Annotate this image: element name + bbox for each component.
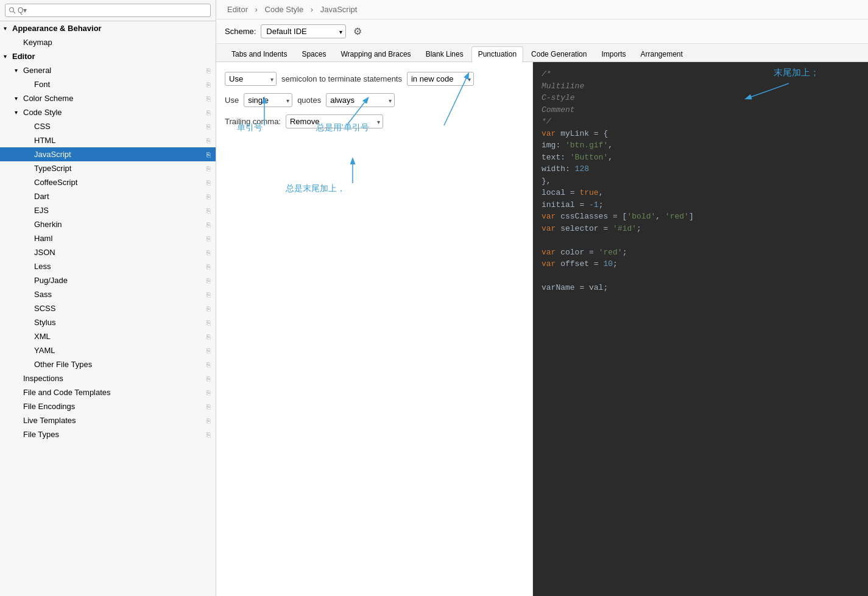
- use-select-wrap-1: Use Don't use: [225, 72, 277, 86]
- use-select[interactable]: Use Don't use: [225, 72, 277, 86]
- copy-icon-yaml: ⎘: [206, 347, 211, 354]
- sidebar-item-less[interactable]: Less⎘: [0, 259, 216, 273]
- copy-icon-filetypes: ⎘: [206, 431, 211, 438]
- tabs-bar: Tabs and IndentsSpacesWrapping and Brace…: [216, 44, 868, 62]
- sidebar-item-css[interactable]: CSS⎘: [0, 119, 216, 133]
- sidebar-label-filetypes: File Types: [23, 430, 59, 439]
- sidebar-item-haml[interactable]: Haml⎘: [0, 231, 216, 245]
- code-line: varName = val;: [542, 282, 859, 294]
- code-line: width: 128: [542, 163, 859, 175]
- sidebar-item-appearance[interactable]: ▾Appearance & Behavior: [0, 21, 216, 35]
- code-preview-area: 末尾加上； /* Multiline C-style Comment */var…: [533, 62, 868, 596]
- sidebar-item-inspections[interactable]: Inspections⎘: [0, 371, 216, 385]
- code-line: C-style: [542, 92, 859, 104]
- sidebar-item-pugjade[interactable]: Pug/Jade⎘: [0, 273, 216, 287]
- sidebar-item-livetemplates[interactable]: Live Templates⎘: [0, 413, 216, 427]
- tab-spaces[interactable]: Spaces: [295, 46, 333, 61]
- quotes-use-label: Use: [225, 96, 239, 105]
- sidebar-label-less: Less: [34, 262, 51, 271]
- copy-icon-livetemplates: ⎘: [206, 417, 211, 424]
- copy-icon-dart: ⎘: [206, 193, 211, 200]
- in-select[interactable]: in new code always never: [407, 72, 474, 86]
- copy-icon-inspections: ⎘: [206, 375, 211, 382]
- annot-trailing-comma: 总是末尾加上，: [286, 183, 345, 194]
- sidebar-label-fileandcode: File and Code Templates: [23, 388, 111, 397]
- sidebar-label-coffeescript: CoffeeScript: [34, 178, 77, 187]
- sidebar-item-javascript[interactable]: JavaScript⎘: [0, 147, 216, 161]
- code-line: initial = -1;: [542, 199, 859, 211]
- sidebar-item-typescript[interactable]: TypeScript⎘: [0, 161, 216, 175]
- breadcrumb-part-3: JavaScript: [320, 5, 358, 14]
- copy-icon-stylus: ⎘: [206, 319, 211, 326]
- sidebar-item-keymap[interactable]: Keymap: [0, 35, 216, 49]
- code-line: var selector = '#id';: [542, 223, 859, 235]
- sidebar-item-sass[interactable]: Sass⎘: [0, 287, 216, 301]
- sidebar-label-haml: Haml: [34, 234, 52, 243]
- sidebar-item-font[interactable]: Font⎘: [0, 77, 216, 91]
- sidebar-item-yaml[interactable]: YAML⎘: [0, 343, 216, 357]
- search-input[interactable]: [5, 4, 211, 17]
- breadcrumb-sep-2: ›: [311, 5, 316, 14]
- tab-blank[interactable]: Blank Lines: [419, 46, 470, 61]
- sidebar-item-colorscheme[interactable]: ▾Color Scheme⎘: [0, 91, 216, 105]
- tab-punctuation[interactable]: Punctuation: [471, 46, 523, 62]
- copy-icon-javascript: ⎘: [206, 151, 211, 158]
- sidebar-item-otherfiletypes[interactable]: Other File Types⎘: [0, 357, 216, 371]
- sidebar-label-font: Font: [34, 80, 50, 89]
- sidebar-label-dart: Dart: [34, 192, 49, 201]
- copy-icon-general: ⎘: [206, 67, 211, 74]
- trailing-row: Trailing comma: Remove Keep Add when mul…: [225, 114, 524, 128]
- copy-icon-fileencodings: ⎘: [206, 403, 211, 410]
- sidebar-label-colorscheme: Color Scheme: [23, 94, 73, 103]
- trailing-select-wrap: Remove Keep Add when multiline: [286, 114, 383, 128]
- copy-icon-fileandcode: ⎘: [206, 389, 211, 396]
- sidebar-item-fileencodings[interactable]: File Encodings⎘: [0, 399, 216, 413]
- tab-arrangement[interactable]: Arrangement: [633, 46, 689, 61]
- sidebar-item-xml[interactable]: XML⎘: [0, 329, 216, 343]
- sidebar-label-ejs: EJS: [34, 206, 49, 215]
- tab-imports[interactable]: Imports: [595, 46, 632, 61]
- tab-codegeneration[interactable]: Code Generation: [524, 46, 593, 61]
- sidebar-label-gherkin: Gherkin: [34, 220, 62, 229]
- code-line: var offset = 10;: [542, 258, 859, 270]
- sidebar-item-fileandcode[interactable]: File and Code Templates⎘: [0, 385, 216, 399]
- always-select[interactable]: always when required: [326, 93, 395, 107]
- options-panel: Use Don't use semicolon to terminate sta…: [216, 62, 533, 596]
- quotes-select[interactable]: single double: [244, 93, 292, 107]
- semicolon-label: semicolon to terminate statements: [281, 74, 402, 83]
- sidebar-item-general[interactable]: ▾General⎘: [0, 63, 216, 77]
- sidebar-item-gherkin[interactable]: Gherkin⎘: [0, 217, 216, 231]
- sidebar-label-appearance: Appearance & Behavior: [12, 24, 102, 33]
- sidebar-item-ejs[interactable]: EJS⎘: [0, 203, 216, 217]
- sidebar: ▾Appearance & BehaviorKeymap▾Editor▾Gene…: [0, 0, 216, 596]
- code-line: var myLink = {: [542, 128, 859, 140]
- trailing-label: Trailing comma:: [225, 117, 281, 126]
- copy-icon-codestyle: ⎘: [206, 109, 211, 116]
- gear-button[interactable]: ⚙: [351, 24, 364, 38]
- sidebar-item-json[interactable]: JSON⎘: [0, 245, 216, 259]
- sidebar-item-html[interactable]: HTML⎘: [0, 133, 216, 147]
- sidebar-item-filetypes[interactable]: File Types⎘: [0, 427, 216, 441]
- breadcrumb-part-2: Code Style: [265, 5, 304, 14]
- tab-tabs[interactable]: Tabs and Indents: [225, 46, 294, 61]
- scheme-bar: Scheme: Default IDE Project ⚙: [216, 19, 868, 44]
- copy-icon-otherfiletypes: ⎘: [206, 361, 211, 368]
- panel-split: Use Don't use semicolon to terminate sta…: [216, 62, 868, 596]
- trailing-select[interactable]: Remove Keep Add when multiline: [286, 114, 383, 128]
- sidebar-item-codestyle[interactable]: ▾Code Style⎘: [0, 105, 216, 119]
- scheme-select[interactable]: Default IDE Project: [261, 24, 346, 38]
- copy-icon-less: ⎘: [206, 263, 211, 270]
- copy-icon-scss: ⎘: [206, 305, 211, 312]
- sidebar-item-dart[interactable]: Dart⎘: [0, 189, 216, 203]
- content-area: Editor › Code Style › JavaScript Scheme:…: [216, 0, 868, 596]
- copy-icon-colorscheme: ⎘: [206, 95, 211, 102]
- copy-icon-xml: ⎘: [206, 333, 211, 340]
- tab-wrapping[interactable]: Wrapping and Braces: [334, 46, 417, 61]
- sidebar-item-stylus[interactable]: Stylus⎘: [0, 315, 216, 329]
- code-line: [542, 270, 859, 282]
- copy-icon-css: ⎘: [206, 123, 211, 130]
- sidebar-item-scss[interactable]: SCSS⎘: [0, 301, 216, 315]
- sidebar-item-editor[interactable]: ▾Editor: [0, 49, 216, 63]
- sidebar-item-coffeescript[interactable]: CoffeeScript⎘: [0, 175, 216, 189]
- sidebar-label-sass: Sass: [34, 290, 52, 299]
